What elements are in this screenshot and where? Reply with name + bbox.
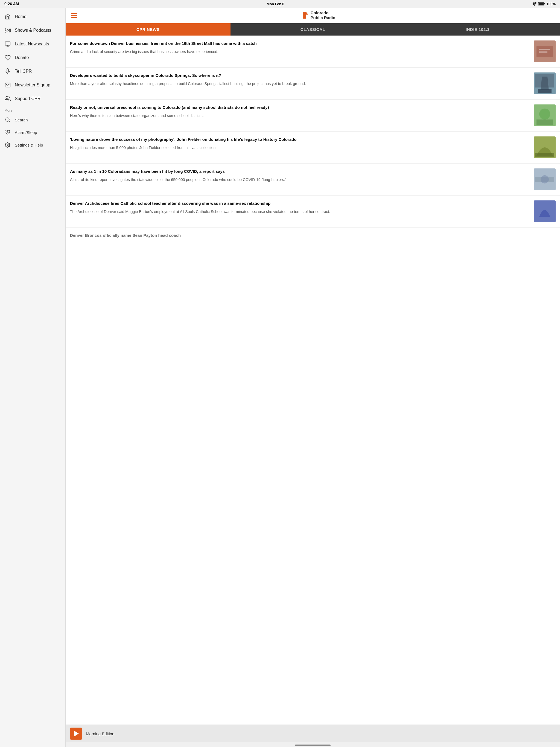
news-title-5: As many as 1 in 10 Coloradans may have b… <box>70 169 531 174</box>
news-item-4[interactable]: 'Loving nature drove the success of my p… <box>66 131 560 163</box>
sidebar-label-search: Search <box>15 118 28 122</box>
battery-percent: 100% <box>546 2 556 6</box>
cpr-logo-icon <box>303 12 308 19</box>
podcast-icon <box>4 27 11 34</box>
news-content-5: As many as 1 in 10 Coloradans may have b… <box>70 169 531 190</box>
news-summary-1: Crime and a lack of security are two big… <box>70 49 531 55</box>
app-container: Home Shows & Podcasts <box>0 8 560 747</box>
sidebar-item-newsletter[interactable]: Newsletter Signup <box>0 78 65 92</box>
tab-indie[interactable]: INDIE 102.3 <box>395 23 560 35</box>
news-thumbnail-4 <box>534 136 556 158</box>
news-item-5[interactable]: As many as 1 in 10 Coloradans may have b… <box>66 163 560 196</box>
news-thumbnail-5 <box>534 169 556 190</box>
news-content-1: For some downtown Denver businesses, fre… <box>70 41 531 62</box>
svg-marker-18 <box>541 77 549 90</box>
news-title-6: Denver Archdiocese fires Catholic school… <box>70 200 531 206</box>
svg-rect-19 <box>538 89 552 93</box>
sidebar-item-newscasts[interactable]: Latest Newscasts <box>0 37 65 51</box>
newsletter-icon <box>4 82 11 88</box>
svg-rect-2 <box>538 3 543 5</box>
sidebar-item-donate[interactable]: Donate <box>0 51 65 65</box>
sidebar-label-settings: Settings & Help <box>15 143 43 147</box>
sidebar-item-search[interactable]: Search <box>0 113 65 126</box>
news-summary-3: Here's why there's tension between state… <box>70 113 531 119</box>
news-summary-5: A first-of-its-kind report investigates … <box>70 177 531 183</box>
support-icon <box>4 96 11 102</box>
news-item-1[interactable]: For some downtown Denver businesses, fre… <box>66 35 560 68</box>
status-time: 9:26 AM <box>4 2 19 6</box>
news-thumbnail-1 <box>534 41 556 62</box>
svg-point-8 <box>6 118 9 121</box>
news-summary-4: His gift includes more than 5,000 photos… <box>70 145 531 151</box>
sidebar-label-newsletter: Newsletter Signup <box>15 83 50 87</box>
news-content-7: Denver Broncos officially name Sean Payt… <box>70 232 556 241</box>
sidebar-label-home: Home <box>15 14 27 19</box>
wifi-icon <box>532 2 536 6</box>
news-thumbnail-6 <box>534 200 556 222</box>
play-button[interactable] <box>70 728 82 740</box>
sidebar-label-alarm: Alarm/Sleep <box>15 130 37 135</box>
sidebar-item-shows-podcasts[interactable]: Shows & Podcasts <box>0 24 65 37</box>
svg-rect-14 <box>539 49 550 50</box>
battery-icon <box>538 2 545 6</box>
svg-point-11 <box>7 145 8 146</box>
status-bar: 9:26 AM Mon Feb 6 100% <box>0 0 560 8</box>
sidebar-label-newscasts: Latest Newscasts <box>15 42 49 47</box>
home-indicator <box>66 742 560 747</box>
news-feed: For some downtown Denver businesses, fre… <box>66 35 560 725</box>
svg-point-3 <box>7 29 8 31</box>
sidebar-label-donate: Donate <box>15 55 29 60</box>
news-item-2[interactable]: Developers wanted to build a skyscraper … <box>66 68 560 100</box>
sidebar-item-alarm[interactable]: Alarm/Sleep <box>0 126 65 138</box>
news-content-6: Denver Archdiocese fires Catholic school… <box>70 200 531 222</box>
sidebar: Home Shows & Podcasts <box>0 8 66 747</box>
news-thumbnail-3 <box>534 104 556 126</box>
sidebar-item-home[interactable]: Home <box>0 10 65 24</box>
news-summary-2: More than a year after splashy headlines… <box>70 81 531 87</box>
hamburger-icon <box>71 13 77 18</box>
svg-rect-24 <box>535 153 554 157</box>
news-summary-6: The Archdiocese of Denver said Maggie Ba… <box>70 209 531 215</box>
svg-point-21 <box>539 108 550 120</box>
home-bar <box>295 745 331 746</box>
newscasts-icon <box>4 41 11 47</box>
alarm-icon <box>4 129 11 136</box>
more-label: More <box>0 106 65 113</box>
status-icons: 100% <box>532 2 556 6</box>
tab-cpr-news[interactable]: CPR NEWS <box>66 23 230 35</box>
home-icon <box>4 14 11 20</box>
mic-icon <box>4 68 11 75</box>
svg-point-27 <box>541 175 549 183</box>
svg-line-9 <box>9 121 10 122</box>
tab-classical[interactable]: CLASSICAL <box>230 23 396 35</box>
news-title-1: For some downtown Denver businesses, fre… <box>70 41 531 46</box>
news-item-7[interactable]: Denver Broncos officially name Sean Payt… <box>66 228 560 246</box>
news-content-3: Ready or not, universal preschool is com… <box>70 104 531 126</box>
svg-point-7 <box>6 97 8 98</box>
svg-rect-4 <box>5 42 10 45</box>
news-title-7: Denver Broncos officially name Sean Payt… <box>70 232 556 238</box>
sidebar-item-tell-cpr[interactable]: Tell CPR <box>0 65 65 78</box>
search-icon <box>4 117 11 123</box>
status-date: Mon Feb 6 <box>266 2 284 6</box>
sidebar-nav: Home Shows & Podcasts <box>0 8 65 153</box>
sidebar-item-support[interactable]: Support CPR <box>0 92 65 106</box>
sidebar-label-tell-cpr: Tell CPR <box>15 69 32 74</box>
svg-rect-15 <box>539 51 548 53</box>
news-content-4: 'Loving nature drove the success of my p… <box>70 136 531 158</box>
tab-bar: CPR NEWS CLASSICAL INDIE 102.3 <box>66 23 560 35</box>
news-item-3[interactable]: Ready or not, universal preschool is com… <box>66 100 560 131</box>
player-bar: Morning Edition <box>66 725 560 742</box>
sidebar-label-shows: Shows & Podcasts <box>15 28 51 33</box>
content-header: Colorado Public Radio <box>66 8 560 23</box>
content-area: Colorado Public Radio CPR NEWS CLASSICAL… <box>66 8 560 747</box>
hamburger-button[interactable] <box>70 12 78 19</box>
news-title-4: 'Loving nature drove the success of my p… <box>70 136 531 142</box>
sidebar-item-settings[interactable]: Settings & Help <box>0 138 65 151</box>
logo-text: Colorado Public Radio <box>311 10 335 20</box>
news-item-6[interactable]: Denver Archdiocese fires Catholic school… <box>66 196 560 228</box>
donate-icon <box>4 54 11 61</box>
player-now-playing: Morning Edition <box>86 731 114 736</box>
news-title-3: Ready or not, universal preschool is com… <box>70 104 531 110</box>
settings-icon <box>4 141 11 148</box>
